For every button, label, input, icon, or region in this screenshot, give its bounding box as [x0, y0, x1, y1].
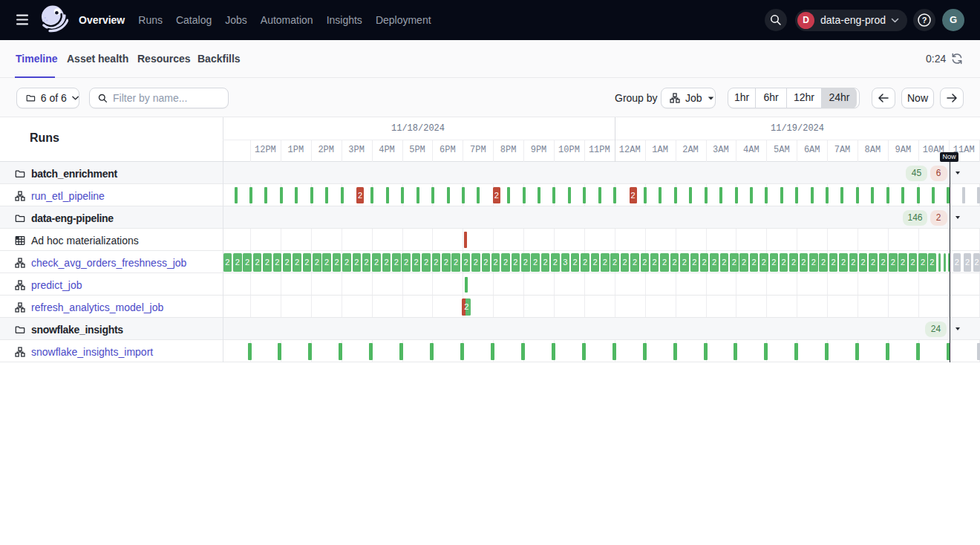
svg-text:?: ? — [922, 16, 927, 25]
